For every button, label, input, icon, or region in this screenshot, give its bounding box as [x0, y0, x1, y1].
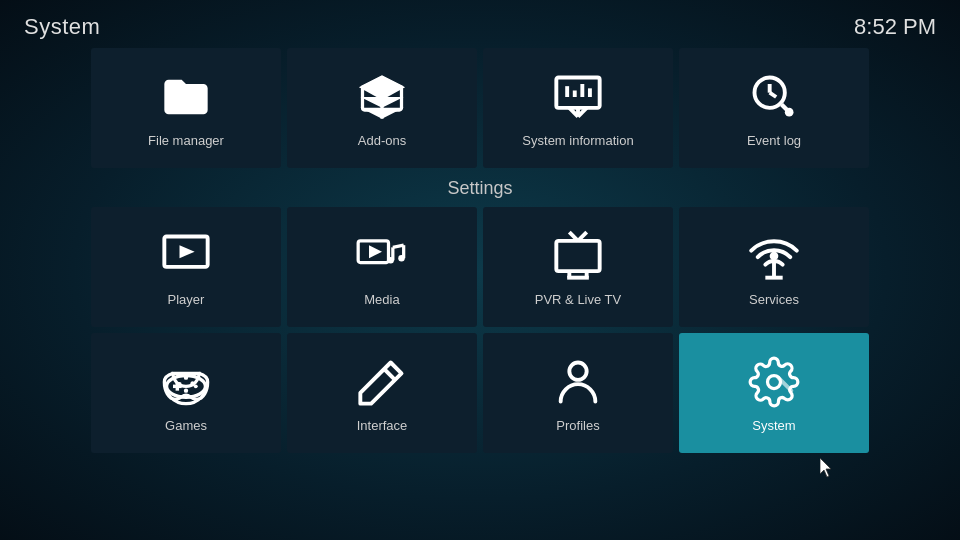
app-title: System — [24, 14, 100, 40]
pencil-icon — [354, 354, 410, 410]
svg-point-23 — [398, 254, 405, 260]
tile-media[interactable]: Media — [287, 207, 477, 327]
wifi-icon — [746, 228, 802, 284]
svg-rect-2 — [556, 77, 599, 107]
tile-system-information-label: System information — [522, 133, 633, 148]
settings-row-1: Player Media — [0, 207, 960, 327]
media-icon — [354, 228, 410, 284]
svg-line-12 — [770, 92, 777, 96]
tv-icon — [550, 228, 606, 284]
tile-profiles[interactable]: Profiles — [483, 333, 673, 453]
svg-point-41 — [194, 384, 198, 388]
tile-pvr-live-tv[interactable]: PVR & Live TV — [483, 207, 673, 327]
cursor — [820, 458, 834, 482]
tile-event-log[interactable]: Event log — [679, 48, 869, 168]
svg-rect-24 — [556, 240, 599, 270]
clock: 8:52 PM — [854, 14, 936, 40]
tile-pvr-live-tv-label: PVR & Live TV — [535, 292, 621, 307]
tile-system-information[interactable]: System information — [483, 48, 673, 168]
svg-line-19 — [393, 245, 404, 247]
svg-marker-16 — [180, 245, 195, 258]
tile-services-label: Services — [749, 292, 799, 307]
tile-games-label: Games — [165, 418, 207, 433]
person-icon — [550, 354, 606, 410]
svg-marker-44 — [820, 458, 831, 477]
settings-section-label: Settings — [0, 178, 960, 199]
presentation-icon — [550, 69, 606, 125]
clock-search-icon — [746, 69, 802, 125]
play-icon — [158, 228, 214, 284]
tile-add-ons[interactable]: Add-ons — [287, 48, 477, 168]
top-tiles-row: File manager Add-ons — [0, 48, 960, 168]
tile-event-log-label: Event log — [747, 133, 801, 148]
tile-add-ons-label: Add-ons — [358, 133, 406, 148]
tile-interface[interactable]: Interface — [287, 333, 477, 453]
box-icon — [354, 69, 410, 125]
tile-system[interactable]: System — [679, 333, 869, 453]
gamepad-icon — [158, 354, 214, 410]
tile-file-manager-label: File manager — [148, 133, 224, 148]
svg-point-36 — [184, 388, 188, 392]
tile-file-manager[interactable]: File manager — [91, 48, 281, 168]
svg-marker-18 — [369, 245, 382, 258]
tile-player-label: Player — [168, 292, 205, 307]
folder-icon — [158, 69, 214, 125]
tile-interface-label: Interface — [357, 418, 408, 433]
app-header: System 8:52 PM — [0, 0, 960, 48]
tile-games[interactable]: Games — [91, 333, 281, 453]
svg-point-14 — [785, 107, 794, 116]
settings-row-2: Games Interface Profiles — [0, 333, 960, 453]
svg-line-42 — [384, 369, 395, 380]
tile-player[interactable]: Player — [91, 207, 281, 327]
gear-icon — [746, 354, 802, 410]
svg-point-40 — [191, 381, 195, 385]
svg-point-22 — [387, 257, 394, 264]
svg-point-43 — [569, 362, 586, 379]
tile-services[interactable]: Services — [679, 207, 869, 327]
tile-profiles-label: Profiles — [556, 418, 599, 433]
tile-system-label: System — [752, 418, 795, 433]
tile-media-label: Media — [364, 292, 399, 307]
